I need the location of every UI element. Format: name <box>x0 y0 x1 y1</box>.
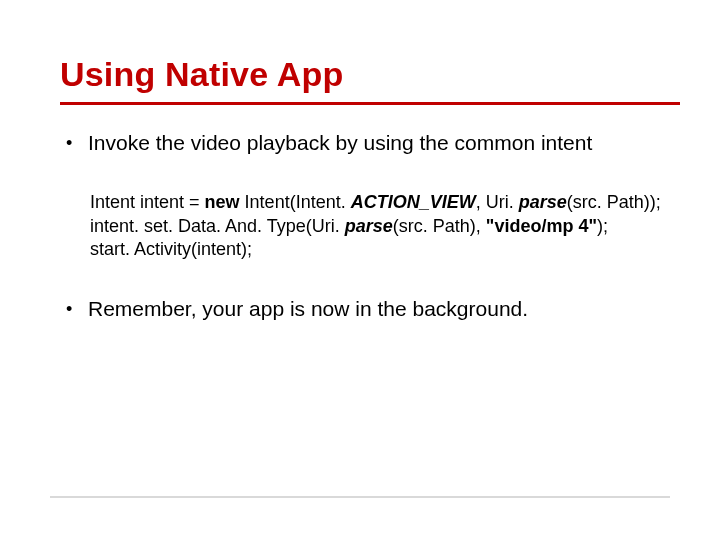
code-text: (src. Path), <box>393 216 486 236</box>
bullet-item: Invoke the video playback by using the c… <box>60 130 670 156</box>
bullet-list: Invoke the video playback by using the c… <box>60 130 670 156</box>
code-text: , Uri. <box>476 192 519 212</box>
slide: Using Native App Invoke the video playba… <box>0 0 720 540</box>
code-keyword: new <box>205 192 245 212</box>
code-constant: ACTION_VIEW <box>351 192 476 212</box>
code-block: Intent intent = new Intent(Intent. ACTIO… <box>90 191 670 261</box>
code-line: start. Activity(intent); <box>90 238 670 261</box>
code-method: parse <box>345 216 393 236</box>
code-text: Intent(Intent. <box>245 192 351 212</box>
code-method: parse <box>519 192 567 212</box>
bullet-list: Remember, your app is now in the backgro… <box>60 296 670 322</box>
slide-title: Using Native App <box>60 55 670 94</box>
code-text: Intent intent = <box>90 192 205 212</box>
code-line: Intent intent = new Intent(Intent. ACTIO… <box>90 191 670 214</box>
footer-divider <box>50 496 670 498</box>
code-string: "video/mp 4" <box>486 216 597 236</box>
code-text: ); <box>597 216 608 236</box>
title-underline <box>60 102 680 105</box>
code-line: intent. set. Data. And. Type(Uri. parse(… <box>90 215 670 238</box>
bullet-item: Remember, your app is now in the backgro… <box>60 296 670 322</box>
code-text: (src. Path)); <box>567 192 661 212</box>
code-text: intent. set. Data. And. Type(Uri. <box>90 216 345 236</box>
